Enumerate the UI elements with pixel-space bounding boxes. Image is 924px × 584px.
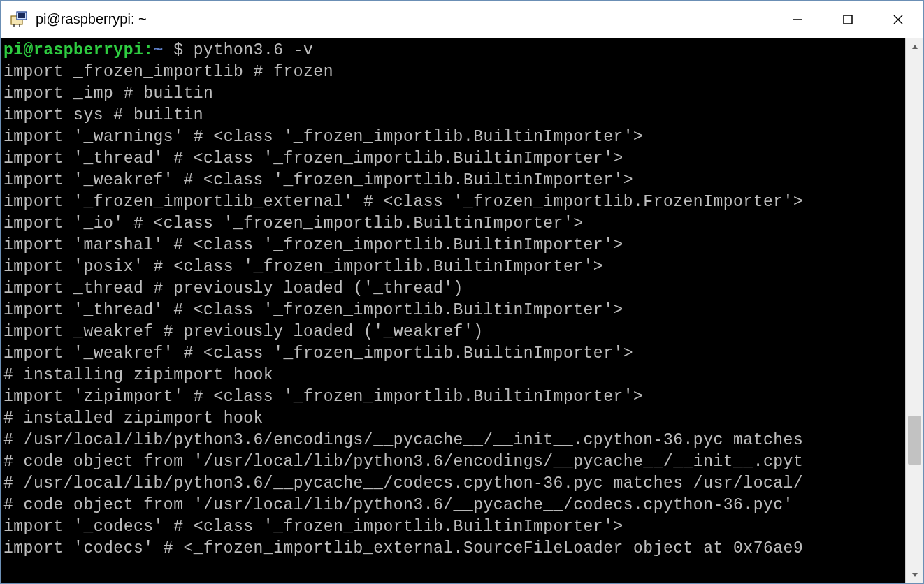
window-title: pi@raspberrypi: ~ [36,11,772,27]
terminal-line: import 'zipimport' # <class '_frozen_imp… [3,386,905,408]
terminal-line: import '_codecs' # <class '_frozen_impor… [3,516,905,538]
terminal-line: import _imp # builtin [3,83,905,105]
prompt-colon: : [143,41,153,59]
svg-marker-9 [912,45,918,49]
terminal-line: import '_io' # <class '_frozen_importlib… [3,213,905,235]
terminal-line: import _thread # previously loaded ('_th… [3,278,905,300]
terminal-line: # /usr/local/lib/python3.6/encodings/__p… [3,430,905,451]
scroll-down-button[interactable] [906,567,923,583]
terminal-line: import sys # builtin [3,105,905,126]
terminal-line: import '_thread' # <class '_frozen_impor… [3,300,905,321]
terminal-line: import '_weakref' # <class '_frozen_impo… [3,343,905,365]
command-text: python3.6 -v [194,41,314,59]
terminal-line: import '_weakref' # <class '_frozen_impo… [3,170,905,191]
svg-rect-6 [844,15,852,24]
terminal-line: import 'posix' # <class '_frozen_importl… [3,256,905,278]
scroll-up-button[interactable] [906,38,923,55]
terminal-line: import _frozen_importlib # frozen [3,61,905,83]
terminal-line: import 'marshal' # <class '_frozen_impor… [3,235,905,256]
terminal-line: # code object from '/usr/local/lib/pytho… [3,495,905,516]
svg-marker-10 [912,573,918,577]
close-button[interactable] [873,1,923,38]
prompt-user: pi@raspberrypi [3,41,143,59]
prompt-line: pi@raspberrypi:~ $ python3.6 -v [3,40,905,61]
terminal-line: # code object from '/usr/local/lib/pytho… [3,451,905,473]
terminal-line: import '_warnings' # <class '_frozen_imp… [3,126,905,148]
prompt-dollar: $ [164,41,194,59]
terminal-line: # installed zipimport hook [3,408,905,430]
window-titlebar: pi@raspberrypi: ~ [1,1,923,38]
putty-icon [9,10,29,29]
terminal-output[interactable]: pi@raspberrypi:~ $ python3.6 -vimport _f… [1,38,905,583]
terminal-wrap: pi@raspberrypi:~ $ python3.6 -vimport _f… [1,38,923,583]
terminal-line: # installing zipimport hook [3,365,905,386]
window-controls [772,1,923,38]
terminal-line: import '_thread' # <class '_frozen_impor… [3,148,905,170]
svg-rect-2 [18,13,25,18]
prompt-path: ~ [154,41,164,59]
terminal-line: # /usr/local/lib/python3.6/__pycache__/c… [3,473,905,495]
scroll-thumb[interactable] [908,416,921,465]
minimize-button[interactable] [772,1,823,38]
terminal-line: import '_frozen_importlib_external' # <c… [3,191,905,213]
maximize-button[interactable] [823,1,873,38]
scrollbar[interactable] [905,38,923,583]
terminal-line: import _weakref # previously loaded ('_w… [3,321,905,343]
terminal-line: import 'codecs' # <_frozen_importlib_ext… [3,538,905,560]
